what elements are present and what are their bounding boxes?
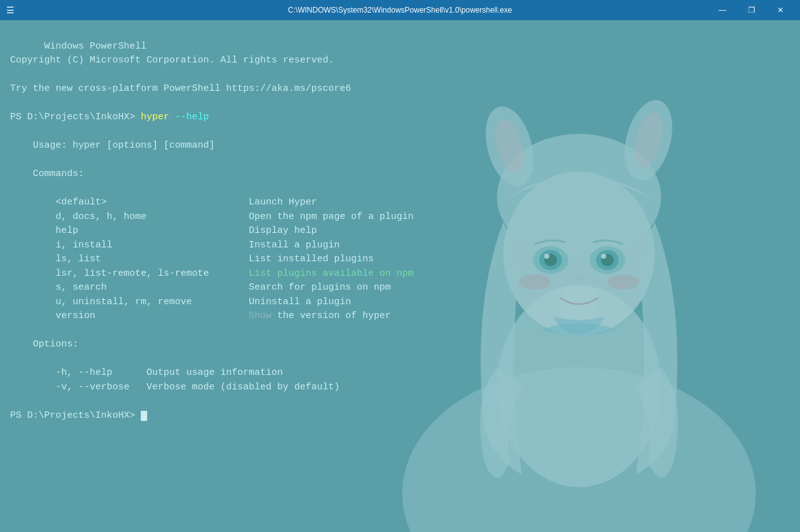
- hamburger-menu-icon[interactable]: ☰: [5, 5, 15, 15]
- maximize-button[interactable]: ❐: [737, 0, 766, 20]
- window-controls: — ❐ ✕: [708, 0, 795, 20]
- minimize-button[interactable]: —: [708, 0, 737, 20]
- window-title: C:\WINDOWS\System32\WindowsPowerShell\v1…: [288, 6, 512, 15]
- ps-header-line1: Windows PowerShell: [44, 41, 146, 52]
- prompt2: PS D:\Projects\InkoHX>: [10, 410, 147, 421]
- try-line: Try the new cross-platform PowerShell ht…: [10, 83, 351, 94]
- prompt1: PS D:\Projects\InkoHX> hyper --help: [10, 112, 209, 122]
- ps-header-line2: Copyright (C) Microsoft Corporation. All…: [10, 55, 334, 66]
- titlebar-left: ☰: [5, 5, 15, 15]
- powershell-window: ☰ C:\WINDOWS\System32\WindowsPowerShell\…: [0, 0, 800, 532]
- terminal-content: Windows PowerShell Copyright (C) Microso…: [0, 20, 800, 532]
- close-button[interactable]: ✕: [766, 0, 795, 20]
- terminal-output: Windows PowerShell Copyright (C) Microso…: [10, 25, 790, 437]
- cursor: [141, 411, 147, 421]
- titlebar: ☰ C:\WINDOWS\System32\WindowsPowerShell\…: [0, 0, 800, 20]
